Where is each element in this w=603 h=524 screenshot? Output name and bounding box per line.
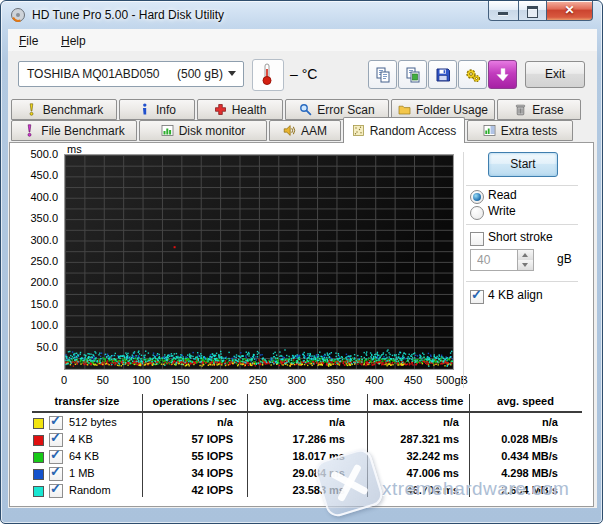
- tab-disk-monitor[interactable]: Disk monitor: [139, 120, 267, 141]
- data-point: [153, 362, 154, 363]
- spinner-down-icon[interactable]: [517, 260, 533, 270]
- short-stroke-label[interactable]: Short stroke: [488, 230, 553, 244]
- series-checkbox[interactable]: ✓: [49, 450, 63, 464]
- data-point: [157, 362, 158, 363]
- write-radio[interactable]: [470, 206, 484, 220]
- data-point: [286, 355, 287, 356]
- download-button[interactable]: [488, 60, 517, 89]
- title-bar[interactable]: HD Tune Pro 5.00 - Hard Disk Utility ✕: [1, 1, 602, 29]
- data-point: [115, 359, 116, 360]
- data-point: [416, 360, 417, 361]
- exit-button[interactable]: Exit: [525, 61, 585, 88]
- data-point: [284, 357, 285, 358]
- data-point: [247, 353, 248, 354]
- data-point: [422, 363, 423, 364]
- series-label: 1 MB: [69, 467, 95, 479]
- data-point: [75, 360, 76, 361]
- data-point: [304, 352, 305, 353]
- data-point: [74, 362, 75, 363]
- data-point: [361, 361, 362, 362]
- tab-extra-tests[interactable]: Extra tests: [467, 120, 573, 141]
- copy-text-button[interactable]: [368, 60, 397, 89]
- data-point: [277, 362, 278, 363]
- ops-value: 42 IOPS: [142, 484, 233, 496]
- data-point: [276, 355, 277, 356]
- data-point: [327, 361, 328, 362]
- data-point: [126, 356, 127, 357]
- data-point: [100, 356, 101, 357]
- data-point: [397, 359, 398, 360]
- data-point: [242, 364, 243, 365]
- data-point: [318, 364, 319, 365]
- close-button[interactable]: ✕: [546, 1, 593, 21]
- tab-benchmark[interactable]: Benchmark: [11, 99, 117, 120]
- copy-image-button[interactable]: [398, 60, 427, 89]
- data-point: [254, 363, 255, 364]
- data-point: [339, 358, 340, 359]
- short-stroke-checkbox[interactable]: ✓: [470, 232, 484, 246]
- series-checkbox[interactable]: ✓: [49, 467, 63, 481]
- write-radio-label[interactable]: Write: [488, 204, 516, 218]
- tab-aam[interactable]: AAM: [269, 120, 341, 141]
- minimize-button[interactable]: [488, 1, 519, 21]
- start-button[interactable]: Start: [488, 152, 558, 177]
- options-button[interactable]: [458, 60, 487, 89]
- tab-file-benchmark[interactable]: File Benchmark: [11, 120, 137, 141]
- data-point: [362, 359, 363, 360]
- data-point: [412, 362, 413, 363]
- data-point: [392, 355, 393, 356]
- tab-info[interactable]: Info: [119, 99, 195, 120]
- data-point: [265, 360, 266, 361]
- data-point: [433, 364, 434, 365]
- col-header-max: max. access time: [367, 395, 469, 407]
- max-access-value: 47.006 ms: [367, 467, 459, 479]
- save-button[interactable]: [428, 60, 457, 89]
- data-point: [359, 359, 360, 360]
- series-checkbox[interactable]: ✓: [49, 433, 63, 447]
- trash-icon: [514, 103, 527, 116]
- data-point: [381, 359, 382, 360]
- data-point: [346, 363, 347, 364]
- data-point: [68, 359, 69, 360]
- read-radio-label[interactable]: Read: [488, 188, 517, 202]
- data-point: [92, 354, 93, 355]
- data-point: [367, 362, 368, 363]
- data-point: [90, 362, 91, 363]
- temperature-button[interactable]: [252, 59, 284, 91]
- align-label[interactable]: 4 KB align: [488, 288, 543, 302]
- separator: [466, 281, 578, 282]
- data-point: [324, 354, 325, 355]
- data-point: [218, 356, 219, 357]
- data-point: [288, 360, 289, 361]
- data-point: [80, 352, 81, 353]
- scatter-plot: [65, 155, 453, 369]
- series-checkbox[interactable]: ✓: [49, 416, 63, 430]
- align-checkbox[interactable]: ✓: [470, 290, 484, 304]
- data-point: [217, 364, 218, 365]
- data-point: [87, 353, 88, 354]
- tab-health[interactable]: Health: [197, 99, 283, 120]
- data-point: [210, 359, 211, 360]
- menu-help[interactable]: Help: [56, 33, 91, 49]
- tab-random-access[interactable]: Random Access: [343, 117, 465, 143]
- drive-selector[interactable]: TOSHIBA MQ01ABD050 (500 gB): [18, 61, 244, 87]
- data-point: [118, 363, 119, 364]
- data-point: [85, 362, 86, 363]
- data-point: [347, 359, 348, 360]
- data-point: [174, 364, 175, 365]
- data-point: [374, 354, 375, 355]
- capacity-input[interactable]: [475, 252, 513, 268]
- maximize-button[interactable]: [518, 1, 547, 21]
- data-point: [228, 352, 229, 353]
- drive-name: TOSHIBA MQ01ABD050: [27, 67, 160, 81]
- data-point: [412, 361, 413, 362]
- data-point: [329, 357, 330, 358]
- menu-file[interactable]: File: [14, 33, 43, 49]
- data-point: [316, 354, 317, 355]
- data-point: [70, 364, 71, 365]
- series-checkbox[interactable]: ✓: [49, 484, 63, 498]
- data-point: [396, 354, 397, 355]
- read-radio[interactable]: [470, 190, 484, 204]
- col-header-ops: operations / sec: [142, 395, 247, 407]
- tab-erase[interactable]: Erase: [497, 99, 581, 120]
